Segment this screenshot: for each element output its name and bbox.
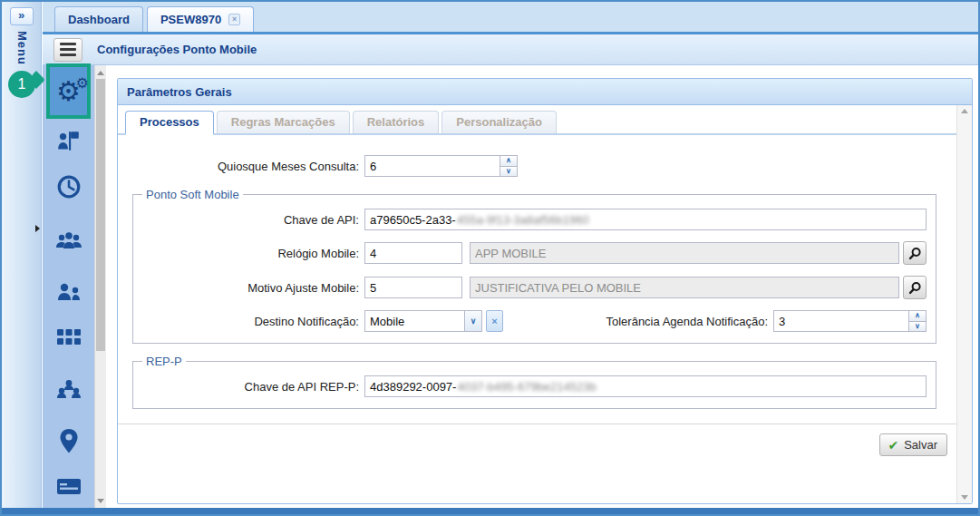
save-button[interactable]: Salvar xyxy=(879,433,947,456)
chave-api-rep-p-label: Chave de API REP-P: xyxy=(142,380,364,394)
sidebar-item-location[interactable] xyxy=(57,428,81,455)
content-area: Parâmetros Gerais Processos Regras Marca… xyxy=(106,65,978,508)
window-bottom-bar xyxy=(2,508,978,514)
location-pin-icon xyxy=(57,428,81,455)
quiosque-spinner xyxy=(500,155,518,177)
rep-p-fieldset: REP-P Chave de API REP-P: 4d389292-0097-… xyxy=(132,355,936,409)
config-form: Quiosque Meses Consulta: xyxy=(118,135,956,424)
clock-icon xyxy=(56,174,82,200)
ponto-soft-mobile-legend: Ponto Soft Mobile xyxy=(142,188,243,201)
tolerancia-spinner xyxy=(909,310,927,332)
hamburger-menu-button[interactable] xyxy=(53,38,82,62)
dropdown-trigger-icon[interactable] xyxy=(464,310,482,332)
tab-relatorios[interactable]: Relatórios xyxy=(353,111,440,133)
tab-processos-body: Quiosque Meses Consulta: xyxy=(118,135,956,503)
tolerancia-input[interactable] xyxy=(773,310,909,332)
window-tabbar: Dashboard PSEW8970 xyxy=(43,2,978,34)
scroll-down-icon[interactable] xyxy=(961,495,968,500)
tolerancia-label: Tolerância Agenda Notificação: xyxy=(503,315,773,328)
sidebar-scrollbar[interactable] xyxy=(94,65,106,508)
sidebar-item-grid[interactable] xyxy=(56,326,82,348)
relogio-mobile-label: Relógio Mobile: xyxy=(142,247,364,260)
sidebar-item-card[interactable] xyxy=(55,475,82,497)
clear-icon[interactable] xyxy=(486,310,503,332)
page-toolbar: Configurações Ponto Mobile xyxy=(43,34,978,65)
app-window: » Menu 1 Dashboard PSEW8970 Configuraçõe… xyxy=(0,0,980,516)
motivo-lookup-button[interactable] xyxy=(903,276,927,299)
relogio-lookup-button[interactable] xyxy=(903,241,927,265)
save-button-label: Salvar xyxy=(904,438,937,452)
check-icon xyxy=(888,438,898,453)
rail-collapse-handle-icon[interactable] xyxy=(35,225,40,232)
relogio-mobile-description xyxy=(470,242,899,264)
search-icon xyxy=(908,247,922,260)
search-icon xyxy=(908,281,922,295)
chave-api-visible: a79650c5-2a33- xyxy=(370,213,456,227)
destino-notificacao-input[interactable] xyxy=(364,310,464,332)
destino-notificacao-label: Destino Notificação: xyxy=(142,315,364,328)
chave-api-rep-p-field[interactable]: 4d389292-0097- 4037-b495-679be214523b xyxy=(364,375,927,397)
org-group-icon xyxy=(55,377,82,403)
destino-notificacao-combo xyxy=(364,310,482,332)
parametros-gerais-panel: Parâmetros Gerais Processos Regras Marca… xyxy=(117,78,973,504)
step-badge: 1 xyxy=(8,71,35,98)
icon-sidebar: ⚙⚙ xyxy=(43,65,94,508)
spinner-down-icon[interactable] xyxy=(500,167,518,178)
panel-scrollbar[interactable] xyxy=(956,105,972,503)
tab-regras-marcacoes[interactable]: Regras Marcações xyxy=(217,111,350,133)
page-title: Configurações Ponto Mobile xyxy=(97,43,257,56)
scroll-up-icon[interactable] xyxy=(95,67,106,78)
sidebar-item-settings[interactable]: ⚙⚙ xyxy=(46,63,91,119)
hamburger-icon xyxy=(60,43,76,45)
tab-psew8970[interactable]: PSEW8970 xyxy=(147,6,254,32)
rep-p-legend: REP-P xyxy=(142,355,186,368)
chave-api-label: Chave de API: xyxy=(142,213,364,227)
body-row: ⚙⚙ xyxy=(43,65,978,508)
expand-menu-button[interactable]: » xyxy=(10,7,34,25)
motivo-ajuste-description xyxy=(470,277,899,298)
tab-dashboard-label: Dashboard xyxy=(68,8,130,32)
panel-header: Parâmetros Gerais xyxy=(118,79,972,105)
sidebar-item-team[interactable] xyxy=(55,229,82,254)
sidebar-scrollbar-thumb[interactable] xyxy=(96,79,105,351)
tab-dashboard[interactable]: Dashboard xyxy=(54,6,143,32)
motivo-ajuste-input[interactable] xyxy=(364,277,462,298)
relogio-mobile-input[interactable] xyxy=(364,242,462,264)
tab-personalizacao[interactable]: Personalização xyxy=(441,111,557,133)
form-footer: Salvar xyxy=(118,424,956,503)
team-icon xyxy=(55,229,82,254)
chave-api-rep-p-visible: 4d389292-0097- xyxy=(370,380,456,394)
settings-gears-icon: ⚙⚙ xyxy=(56,78,81,105)
sidebar-item-clock[interactable] xyxy=(56,174,82,200)
sidebar-item-company[interactable] xyxy=(56,129,82,154)
ponto-soft-mobile-fieldset: Ponto Soft Mobile Chave de API: a79650c5… xyxy=(132,188,936,344)
scroll-up-icon[interactable] xyxy=(961,109,968,113)
spinner-up-icon[interactable] xyxy=(909,310,927,322)
grid-icon xyxy=(56,326,82,348)
tab-processos[interactable]: Processos xyxy=(125,111,214,135)
panel-title: Parâmetros Gerais xyxy=(127,85,232,99)
card-icon xyxy=(55,475,82,497)
quiosque-label: Quiosque Meses Consulta: xyxy=(118,160,364,173)
spinner-up-icon[interactable] xyxy=(500,155,518,167)
chave-api-rep-p-redacted: 4037-b495-679be214523b xyxy=(457,380,596,394)
main-region: Dashboard PSEW8970 Configurações Ponto M… xyxy=(43,2,978,508)
sidebar-item-org[interactable] xyxy=(55,377,82,403)
sidebar-item-users[interactable] xyxy=(55,279,82,305)
spinner-down-icon[interactable] xyxy=(909,322,927,333)
company-icon xyxy=(56,129,82,154)
quiosque-input[interactable] xyxy=(364,155,500,177)
panel-tabbar: Processos Regras Marcações Relatórios Pe… xyxy=(118,105,956,135)
chave-api-redacted: 455a-9f13-3a8af56b1960 xyxy=(457,213,589,227)
tab-psew8970-label: PSEW8970 xyxy=(160,8,221,32)
scroll-down-icon[interactable] xyxy=(95,495,106,506)
close-icon[interactable] xyxy=(228,14,240,25)
motivo-ajuste-label: Motivo Ajuste Mobile: xyxy=(142,281,364,295)
users-icon xyxy=(55,279,82,305)
chave-api-field[interactable]: a79650c5-2a33- 455a-9f13-3a8af56b1960 xyxy=(364,209,927,230)
menu-rail-label: Menu xyxy=(15,31,29,65)
